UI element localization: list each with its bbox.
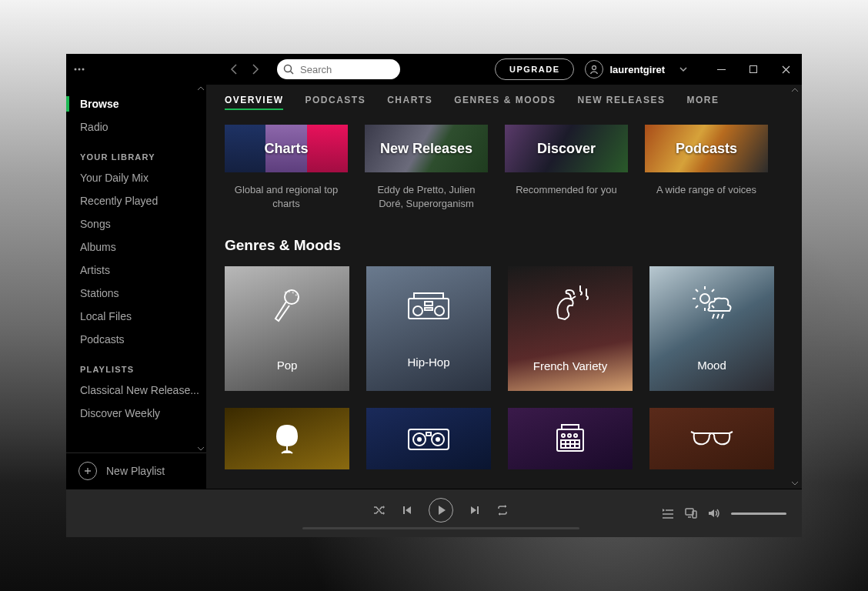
sunglasses-icon — [689, 429, 734, 449]
tile-subtitle: Recommended for you — [505, 183, 628, 197]
search-input[interactable] — [299, 63, 386, 76]
repeat-button[interactable] — [496, 505, 509, 516]
genre-pop[interactable]: Pop — [225, 266, 349, 391]
genre-tile-partial[interactable] — [508, 408, 633, 469]
sidebar-item-playlist[interactable]: Classical New Release... — [66, 379, 206, 402]
svg-point-23 — [568, 434, 571, 437]
chair-icon — [271, 422, 303, 455]
sidebar-item-artists[interactable]: Artists — [66, 259, 206, 282]
sidebar-item-browse[interactable]: Browse — [66, 92, 206, 115]
tile-title: Podcasts — [676, 141, 737, 157]
genre-label: Pop — [277, 359, 298, 372]
new-playlist-button[interactable]: New Playlist — [66, 452, 206, 489]
scroll-down-icon[interactable] — [791, 481, 799, 486]
forward-button[interactable] — [245, 58, 266, 80]
svg-point-11 — [435, 306, 444, 316]
sidebar-item-stations[interactable]: Stations — [66, 282, 206, 305]
boombox-icon — [406, 289, 451, 322]
app-menu-button[interactable] — [66, 68, 92, 71]
sidebar-item-songs[interactable]: Songs — [66, 212, 206, 235]
tile-title: Discover — [537, 141, 596, 157]
genre-mood[interactable]: Mood — [649, 266, 774, 391]
sun-rain-icon — [691, 286, 733, 325]
genre-french-variety[interactable]: French Variety — [508, 266, 633, 391]
hero-tiles: Charts Global and regional top charts Ne… — [225, 125, 783, 211]
sidebar-item-label: Radio — [80, 121, 108, 133]
svg-rect-29 — [693, 511, 696, 518]
volume-button[interactable] — [708, 508, 720, 519]
sidebar-header-library: YOUR LIBRARY — [66, 139, 206, 166]
tile-new-releases[interactable]: New Releases Eddy de Pretto, Julien Doré… — [365, 125, 488, 211]
rooster-music-icon — [548, 285, 593, 326]
next-button[interactable] — [470, 506, 479, 515]
play-button[interactable] — [429, 498, 453, 523]
sidebar-item-label: Your Daily Mix — [80, 172, 149, 184]
svg-point-24 — [574, 434, 577, 437]
scroll-up-icon[interactable] — [791, 88, 799, 92]
tab-new-releases[interactable]: NEW RELEASES — [578, 95, 666, 110]
genre-row — [225, 408, 783, 469]
sidebar-item-daily-mix[interactable]: Your Daily Mix — [66, 166, 206, 189]
svg-rect-6 — [717, 69, 726, 70]
svg-point-2 — [82, 68, 85, 71]
search-box[interactable] — [277, 59, 400, 79]
close-button[interactable] — [770, 58, 802, 81]
svg-point-8 — [285, 290, 299, 304]
svg-point-22 — [562, 434, 565, 437]
spotify-window: UPGRADE laurentgiret Browse Radio YOUR — [66, 54, 802, 537]
svg-rect-26 — [403, 506, 405, 514]
shuffle-button[interactable] — [373, 505, 386, 516]
genre-label: Hip-Hop — [407, 356, 449, 369]
devices-button[interactable] — [685, 508, 697, 519]
microphone-icon — [268, 286, 306, 325]
sidebar-item-podcasts[interactable]: Podcasts — [66, 328, 206, 351]
genre-hiphop[interactable]: Hip-Hop — [366, 266, 491, 391]
sidebar-item-label: Songs — [80, 218, 111, 230]
sidebar-item-label: Artists — [80, 264, 110, 276]
scroll-down-icon[interactable] — [197, 446, 205, 451]
sidebar-item-albums[interactable]: Albums — [66, 235, 206, 259]
genre-tile-partial[interactable] — [366, 408, 491, 469]
sidebar-header-playlists: PLAYLISTS — [66, 351, 206, 379]
tile-title: Charts — [264, 141, 308, 157]
svg-point-10 — [413, 306, 422, 316]
sidebar-item-radio[interactable]: Radio — [66, 115, 206, 139]
section-title-genres: Genres & Moods — [225, 237, 783, 254]
previous-button[interactable] — [402, 506, 412, 515]
genre-label: French Variety — [533, 359, 607, 372]
genre-tile-partial[interactable] — [649, 408, 774, 469]
upgrade-button[interactable]: UPGRADE — [495, 58, 575, 80]
username-label: laurentgiret — [609, 64, 665, 75]
genre-tile-partial[interactable] — [225, 408, 349, 469]
tile-charts[interactable]: Charts Global and regional top charts — [225, 125, 348, 211]
avatar-icon — [585, 60, 603, 78]
svg-point-1 — [78, 68, 81, 71]
sidebar-item-recently-played[interactable]: Recently Played — [66, 189, 206, 212]
tab-podcasts[interactable]: PODCASTS — [305, 95, 366, 110]
plus-icon — [78, 462, 97, 480]
queue-button[interactable] — [662, 509, 674, 519]
tab-charts[interactable]: CHARTS — [387, 95, 432, 110]
svg-point-0 — [75, 68, 77, 71]
maximize-button[interactable] — [737, 58, 770, 81]
svg-point-17 — [418, 438, 421, 441]
user-menu[interactable]: laurentgiret — [585, 60, 688, 78]
search-icon — [277, 64, 294, 75]
svg-point-14 — [700, 294, 709, 303]
tab-overview[interactable]: OVERVIEW — [225, 95, 283, 110]
scroll-up-icon[interactable] — [197, 86, 205, 91]
turntable-icon — [407, 425, 450, 452]
sidebar-item-label: Recently Played — [80, 195, 158, 207]
tab-genres-moods[interactable]: GENRES & MOODS — [454, 95, 556, 110]
back-button[interactable] — [223, 58, 245, 80]
tile-discover[interactable]: Discover Recommended for you — [505, 125, 628, 211]
sidebar-item-label: Albums — [80, 241, 116, 253]
tab-more[interactable]: MORE — [687, 95, 719, 110]
tile-podcasts[interactable]: Podcasts A wide range of voices — [645, 125, 768, 211]
sidebar-item-playlist[interactable]: Discover Weekly — [66, 402, 206, 425]
genre-label: Mood — [697, 359, 726, 372]
volume-slider[interactable] — [731, 513, 786, 515]
progress-bar[interactable] — [302, 527, 579, 529]
sidebar-item-local-files[interactable]: Local Files — [66, 305, 206, 328]
minimize-button[interactable] — [705, 58, 737, 81]
